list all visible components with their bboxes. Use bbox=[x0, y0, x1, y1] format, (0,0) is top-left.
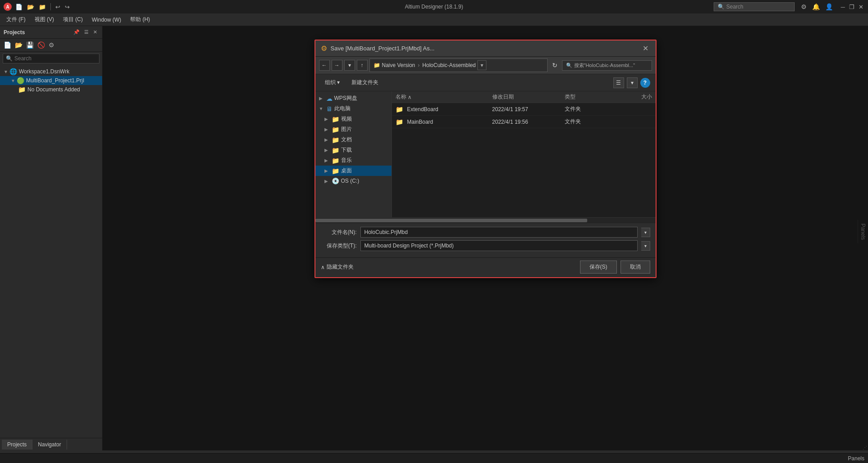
nav-dropdown-button[interactable]: ▾ bbox=[344, 60, 355, 71]
restore-button[interactable]: ❐ bbox=[848, 3, 855, 10]
statusbar-panels-button[interactable]: Panels bbox=[848, 455, 864, 462]
dtree-docs[interactable]: ▶ 📁 文档 bbox=[315, 135, 391, 145]
dialog-close-button[interactable]: ✕ bbox=[641, 44, 650, 53]
minimize-button[interactable]: ─ bbox=[839, 3, 846, 10]
file-name-main: 📁 MainBoard bbox=[396, 118, 492, 126]
tab-navigator[interactable]: Navigator bbox=[32, 440, 67, 450]
file-name-extend: 📁 ExtendBoard bbox=[396, 106, 492, 113]
col-name-header[interactable]: 名称 ∧ bbox=[396, 93, 492, 101]
user-icon[interactable]: 👤 bbox=[824, 2, 834, 11]
menu-view[interactable]: 视图 (V) bbox=[30, 14, 58, 25]
dialog-search-box[interactable]: 🔍 搜索"HoloCubic-Assembl..." bbox=[562, 60, 652, 71]
menu-file[interactable]: 文件 (F) bbox=[2, 14, 30, 25]
dtree-pictures-arrow: ▶ bbox=[324, 127, 330, 132]
downloads-icon: 📁 bbox=[332, 147, 339, 154]
view-dropdown-button[interactable]: ▾ bbox=[627, 77, 638, 88]
path-part-2[interactable]: HoloCubic-Assembled bbox=[423, 62, 476, 68]
dtree-downloads[interactable]: ▶ 📁 下载 bbox=[315, 145, 391, 155]
titlebar-left: A 📄 📂 📁 ↩ ↪ bbox=[4, 3, 71, 11]
col-name-label: 名称 bbox=[396, 93, 406, 101]
panel-search-box[interactable]: 🔍 bbox=[3, 54, 99, 63]
close-button[interactable]: ✕ bbox=[857, 3, 864, 10]
dialog-title-text: Save [MultiBoard_Project1.PrjMbd] As... bbox=[331, 45, 435, 52]
dialog-toolbar: 组织 ▾ 新建文件夹 ☰ ▾ ? bbox=[315, 74, 656, 91]
undo-icon[interactable]: ↩ bbox=[54, 3, 61, 11]
dtree-thispc[interactable]: ▼ 🖥 此电脑 bbox=[315, 103, 391, 114]
col-type-header[interactable]: 类型 bbox=[565, 93, 613, 101]
nav-back-button[interactable]: ← bbox=[319, 60, 330, 71]
settings-btn[interactable]: ⚙ bbox=[48, 40, 55, 49]
panel-menu-icon[interactable]: ☰ bbox=[83, 29, 90, 36]
menu-project[interactable]: 项目 (C) bbox=[58, 14, 87, 25]
dtree-pictures[interactable]: ▶ 📁 图片 bbox=[315, 124, 391, 135]
nav-up-button[interactable]: ↑ bbox=[357, 60, 368, 71]
filename-input[interactable] bbox=[360, 227, 638, 238]
project-item[interactable]: ▼ 🟢 MultiBoard_Project1.PrjI bbox=[0, 76, 102, 85]
new-folder-button[interactable]: 新建文件夹 bbox=[347, 77, 382, 88]
menu-help[interactable]: 帮助 (H) bbox=[126, 14, 154, 25]
project-label: MultiBoard_Project1.PrjI bbox=[26, 77, 84, 84]
dialog-overlay: ⚙ Save [MultiBoard_Project1.PrjMbd] As..… bbox=[103, 26, 868, 450]
col-size-header[interactable]: 大小 bbox=[613, 93, 652, 101]
new-file-btn[interactable]: 📄 bbox=[3, 40, 12, 49]
filetype-input[interactable] bbox=[360, 240, 638, 251]
breadcrumb-dropdown-button[interactable]: ▾ bbox=[477, 60, 486, 70]
view-icon-button[interactable]: ☰ bbox=[613, 77, 624, 88]
close-project-btn[interactable]: 🚫 bbox=[36, 40, 46, 49]
dtree-music[interactable]: ▶ 📁 音乐 bbox=[315, 155, 391, 166]
settings-icon[interactable]: ⚙ bbox=[800, 2, 808, 11]
notify-icon[interactable]: 🔔 bbox=[811, 2, 821, 11]
dtree-videos[interactable]: ▶ 📁 视频 bbox=[315, 114, 391, 124]
menubar: 文件 (F) 视图 (V) 项目 (C) Window (W) 帮助 (H) bbox=[0, 13, 868, 26]
dialog-search-icon: 🔍 bbox=[566, 63, 572, 68]
file-type-main: 文件夹 bbox=[565, 118, 613, 126]
nav-refresh-button[interactable]: ↻ bbox=[549, 61, 560, 70]
path-folder-icon: 📁 bbox=[373, 62, 380, 68]
file-row-extend[interactable]: 📁 ExtendBoard 2022/4/1 19:57 文件夹 bbox=[392, 103, 656, 116]
panel-pin-icon[interactable]: 📌 bbox=[72, 29, 81, 36]
cancel-button[interactable]: 取消 bbox=[621, 261, 650, 274]
horizontal-scrollbar[interactable] bbox=[315, 217, 656, 223]
global-search[interactable]: 🔍 Search bbox=[714, 2, 795, 11]
dtree-thispc-label: 此电脑 bbox=[334, 105, 351, 112]
save-button[interactable]: 保存(S) bbox=[580, 261, 617, 274]
filetype-dropdown[interactable]: ▾ bbox=[641, 241, 650, 251]
window-controls: ─ ❐ ✕ bbox=[839, 3, 864, 10]
file-date-main: 2022/4/1 19:56 bbox=[492, 119, 565, 125]
search-placeholder: Search bbox=[726, 4, 743, 10]
organize-button[interactable]: 组织 ▾ bbox=[321, 77, 344, 88]
app-title: Altium Designer (18.1.9) bbox=[405, 4, 463, 10]
panel-search-input[interactable] bbox=[14, 55, 96, 62]
path-part-1[interactable]: Naive Version bbox=[382, 62, 415, 68]
no-documents-item: 📁 No Documents Added bbox=[0, 85, 102, 94]
save-all-btn[interactable]: 💾 bbox=[25, 40, 35, 49]
folder-icon-extend: 📁 bbox=[396, 106, 403, 113]
tab-projects[interactable]: Projects bbox=[2, 440, 32, 450]
dtree-wps[interactable]: ▶ ☁ WPS网盘 bbox=[315, 93, 391, 103]
dtree-drive-c[interactable]: ▶ 💿 OS (C:) bbox=[315, 176, 391, 186]
open-project-btn[interactable]: 📂 bbox=[14, 40, 23, 49]
projects-panel: Projects 📌 ☰ ✕ 📄 📂 💾 🚫 ⚙ 🔍 ▼ 🌐 Workspace… bbox=[0, 26, 103, 450]
project-arrow: ▼ bbox=[11, 78, 15, 83]
workspace-arrow: ▼ bbox=[4, 69, 8, 74]
workspace-item[interactable]: ▼ 🌐 Workspace1.DsnWrk bbox=[0, 67, 102, 76]
dtree-downloads-label: 下载 bbox=[341, 146, 352, 154]
new-file-icon[interactable]: 📄 bbox=[14, 3, 23, 11]
folder-icon[interactable]: 📁 bbox=[38, 3, 47, 11]
redo-icon[interactable]: ↪ bbox=[64, 3, 71, 11]
dtree-desktop[interactable]: ▶ 📁 桌面 bbox=[315, 166, 391, 176]
hide-folder-button[interactable]: ∧ 隐藏文件夹 bbox=[321, 263, 354, 271]
nav-forward-button[interactable]: → bbox=[332, 60, 342, 71]
col-date-header[interactable]: 修改日期 bbox=[492, 93, 565, 101]
filename-dropdown[interactable]: ▾ bbox=[641, 228, 650, 237]
help-button[interactable]: ? bbox=[640, 78, 650, 88]
scroll-thumb[interactable] bbox=[315, 219, 588, 222]
dtree-drive-c-label: OS (C:) bbox=[341, 178, 360, 184]
file-row-main[interactable]: 📁 MainBoard 2022/4/1 19:56 文件夹 bbox=[392, 116, 656, 128]
open-icon[interactable]: 📂 bbox=[26, 3, 35, 11]
resize-handle[interactable]: ⋰ bbox=[862, 444, 868, 450]
music-icon: 📁 bbox=[332, 157, 339, 164]
menu-window[interactable]: Window (W) bbox=[87, 15, 126, 25]
panel-close-icon[interactable]: ✕ bbox=[92, 29, 99, 36]
dtree-pc-arrow: ▼ bbox=[319, 106, 324, 111]
